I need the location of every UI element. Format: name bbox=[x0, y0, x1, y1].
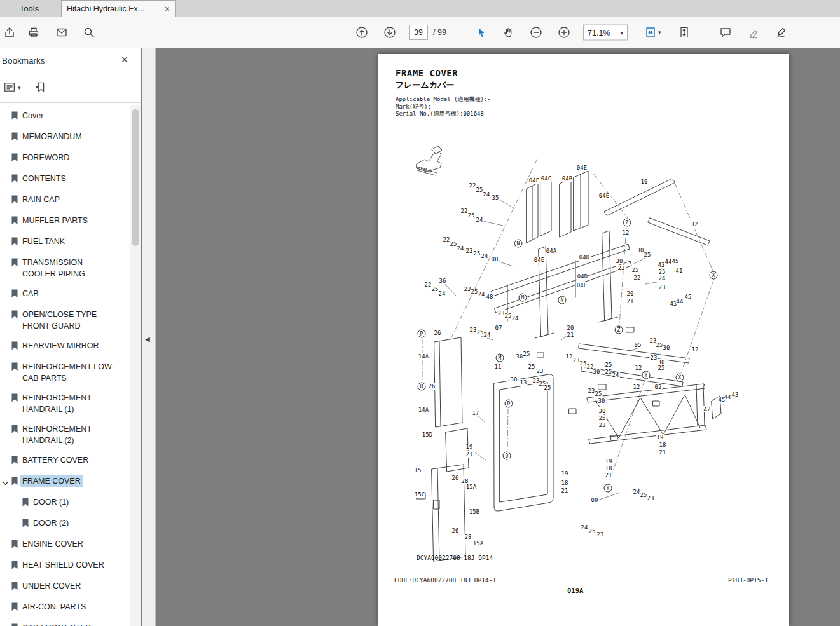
bookmark-item-foreword[interactable]: FOREWORD bbox=[0, 147, 129, 168]
zoom-level-dropdown[interactable]: 71.1% ▾ bbox=[583, 25, 628, 41]
part-number-label: 04E bbox=[576, 165, 588, 171]
section-view-marker: N bbox=[558, 296, 567, 304]
bookmark-icon bbox=[11, 623, 18, 626]
bookmark-item-memorandum[interactable]: MEMORANDUM bbox=[0, 126, 129, 147]
part-number-label: 04D bbox=[577, 273, 588, 280]
chevron-down-icon[interactable]: ▾ bbox=[658, 29, 661, 36]
part-number-label: 32 bbox=[691, 221, 699, 228]
bookmark-icon bbox=[11, 540, 18, 551]
section-view-marker: X bbox=[676, 374, 684, 382]
part-number-label: 23 bbox=[617, 265, 626, 271]
bookmark-item-heat-shield-cover[interactable]: HEAT SHIELD COVER bbox=[0, 555, 129, 576]
page-count-label: / 99 bbox=[433, 28, 446, 37]
zoom-in-icon[interactable] bbox=[556, 24, 572, 41]
tab-bar: Tools Hitachi Hydraulic Ex... × bbox=[0, 0, 840, 17]
bookmark-item-battery-cover[interactable]: BATTERY COVER bbox=[0, 450, 129, 471]
bookmark-label: UNDER COVER bbox=[22, 580, 81, 592]
part-number-label: 24 bbox=[457, 245, 465, 252]
bookmark-options-icon[interactable] bbox=[4, 81, 15, 95]
page-number-input[interactable] bbox=[409, 25, 428, 40]
bookmark-label: FRAME COVER bbox=[20, 475, 83, 487]
part-number-label: 04E bbox=[534, 257, 545, 263]
part-number-label: 19 bbox=[561, 470, 569, 477]
part-number-label: 23 bbox=[536, 368, 544, 374]
part-number-label: 42 bbox=[703, 406, 712, 412]
bookmark-icon bbox=[11, 310, 18, 322]
bookmark-item-rain-cap[interactable]: RAIN CAP bbox=[0, 189, 129, 210]
bookmark-label: CAB bbox=[22, 288, 39, 299]
bookmarks-scrollbar[interactable] bbox=[130, 105, 141, 626]
select-tool-icon[interactable] bbox=[473, 24, 490, 41]
part-number-label: 24 bbox=[612, 372, 620, 378]
share-icon[interactable] bbox=[1, 24, 18, 41]
section-view-marker: N bbox=[514, 240, 523, 248]
bookmark-icon bbox=[11, 132, 18, 144]
zoom-out-icon[interactable] bbox=[528, 24, 544, 41]
bookmark-item-fuel-tank[interactable]: FUEL TANK bbox=[0, 231, 129, 252]
bookmark-label: REARVIEW MIRROR bbox=[22, 340, 99, 351]
close-panel-icon[interactable]: × bbox=[121, 53, 128, 67]
part-number-label: 19 bbox=[465, 444, 474, 450]
part-number-label: 04C bbox=[540, 175, 552, 182]
bookmark-item-door-2[interactable]: DOOR (2) bbox=[0, 513, 129, 534]
document-viewport[interactable]: FRAME COVER フレームカバー Applicable Model (適用… bbox=[156, 48, 840, 626]
part-number-label: 23 bbox=[596, 531, 605, 538]
part-number-label: 25 bbox=[595, 391, 603, 397]
bookmark-item-reinforcement-low-cab-parts[interactable]: REINFORCEMENT LOW-CAB PARTS bbox=[0, 357, 129, 388]
bookmark-item-reinforcement-handrail-2[interactable]: REINFORCEMENT HANDRAIL (2) bbox=[0, 419, 129, 450]
section-view-marker: M bbox=[496, 354, 504, 362]
zoom-level-value: 71.1% bbox=[588, 28, 610, 37]
hand-tool-icon[interactable] bbox=[500, 24, 517, 41]
comment-icon[interactable] bbox=[717, 24, 734, 41]
part-number-label: 24 bbox=[478, 291, 486, 297]
part-number-label: 15A bbox=[465, 484, 477, 490]
close-tab-icon[interactable]: × bbox=[165, 4, 170, 13]
part-number-label: 30 bbox=[663, 344, 671, 351]
part-number-label: 11 bbox=[494, 364, 502, 370]
part-number-label: 24 bbox=[483, 332, 492, 338]
chevron-down-icon[interactable]: ▾ bbox=[18, 85, 21, 91]
tab-document[interactable]: Hitachi Hydraulic Ex... × bbox=[61, 0, 176, 17]
bookmark-item-cab-front-step[interactable]: CAB FRONT STEP bbox=[0, 618, 129, 626]
fit-page-icon[interactable] bbox=[642, 24, 659, 41]
bookmark-item-cab[interactable]: CAB bbox=[0, 283, 129, 304]
bookmark-icon bbox=[11, 237, 18, 248]
bookmark-item-under-cover[interactable]: UNDER COVER bbox=[0, 576, 129, 597]
part-number-label: 24 bbox=[481, 253, 489, 259]
bookmark-label: REINFORCEMENT HANDRAIL (1) bbox=[22, 392, 118, 415]
bookmark-icon bbox=[11, 393, 18, 405]
bookmark-item-door-1[interactable]: DOOR (1) bbox=[0, 492, 129, 513]
search-icon[interactable] bbox=[81, 24, 97, 41]
bookmarks-list: CoverMEMORANDUMFOREWORDCONTENTSRAIN CAPM… bbox=[0, 105, 129, 626]
bookmark-item-open-close-type-front-guard[interactable]: OPEN/CLOSE TYPE FRONT GUARD bbox=[0, 304, 129, 336]
bookmark-item-air-con-parts[interactable]: AIR-CON. PARTS bbox=[0, 597, 129, 618]
next-page-icon[interactable] bbox=[382, 24, 398, 41]
part-number-label: 25 bbox=[467, 212, 476, 219]
bookmark-item-muffler-parts[interactable]: MUFFLER PARTS bbox=[0, 210, 129, 231]
bookmark-item-contents[interactable]: CONTENTS bbox=[0, 168, 129, 189]
scroll-mode-icon[interactable] bbox=[676, 24, 692, 41]
bookmark-item-engine-cover[interactable]: ENGINE COVER bbox=[0, 534, 129, 555]
bookmark-item-reinforcement-handrail-1[interactable]: REINFORCEMENT HANDRAIL (1) bbox=[0, 388, 129, 419]
bookmark-item-frame-cover[interactable]: FRAME COVER bbox=[0, 471, 129, 492]
part-number-label: 08 bbox=[491, 256, 499, 262]
tab-tools[interactable]: Tools bbox=[0, 0, 59, 17]
footer-reference: P18J-OP15-1 bbox=[728, 576, 768, 583]
bookmark-icon bbox=[11, 425, 18, 436]
sign-icon[interactable] bbox=[773, 24, 790, 41]
go-to-current-bookmark-icon[interactable] bbox=[34, 81, 46, 95]
bookmark-item-transmission-cooler-piping[interactable]: TRANSMISSION COOLER PIPING bbox=[0, 252, 129, 283]
bookmark-expand-chevron[interactable] bbox=[3, 477, 8, 489]
bookmark-icon bbox=[11, 362, 18, 374]
part-number-label: 04E bbox=[528, 177, 540, 184]
bookmark-item-cover[interactable]: Cover bbox=[0, 105, 129, 126]
print-icon[interactable] bbox=[25, 24, 42, 41]
email-icon[interactable] bbox=[53, 24, 70, 41]
highlight-icon[interactable] bbox=[745, 24, 762, 41]
scrollbar-thumb[interactable] bbox=[132, 109, 139, 246]
part-number-label: 45 bbox=[671, 258, 680, 264]
previous-page-icon[interactable] bbox=[354, 24, 370, 41]
bookmark-item-rearview-mirror[interactable]: REARVIEW MIRROR bbox=[0, 336, 129, 357]
bookmark-icon bbox=[11, 582, 18, 593]
collapse-panel-icon[interactable]: ◀ bbox=[145, 336, 150, 343]
